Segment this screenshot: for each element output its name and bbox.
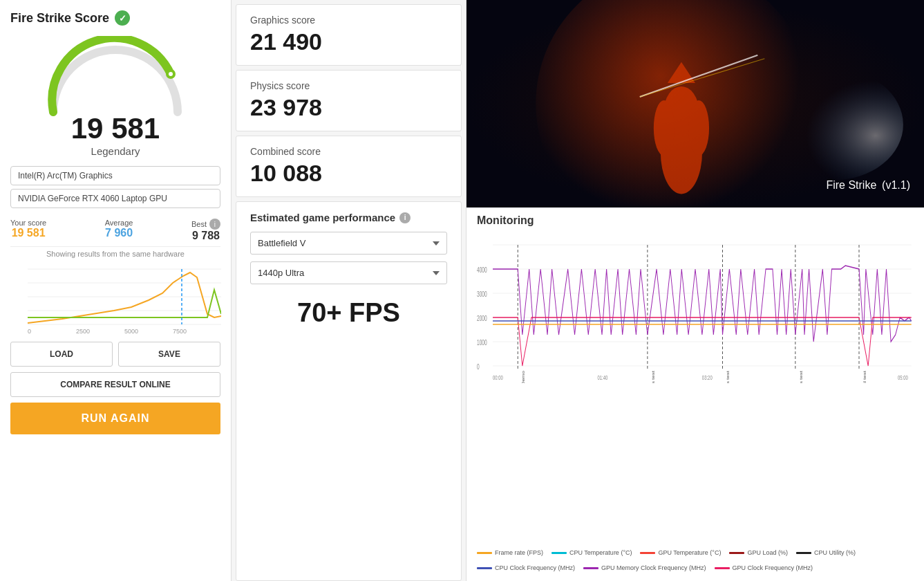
- svg-text:5000: 5000: [124, 328, 138, 335]
- gpu2-info: NVIDIA GeForce RTX 4060 Laptop GPU: [10, 189, 220, 208]
- svg-text:4000: 4000: [477, 266, 487, 275]
- monitoring-title: Monitoring: [477, 214, 914, 227]
- fire-strike-title: Fire Strike (v1.1): [826, 172, 910, 194]
- svg-point-1: [169, 72, 173, 76]
- avg-label: Average: [105, 219, 133, 227]
- legend-dot-gpu-mem-clock: [583, 567, 598, 569]
- svg-text:Demo: Demo: [521, 371, 525, 383]
- legend-dot-gpu-temp: [640, 552, 655, 554]
- combined-score-value: 10 088: [250, 160, 447, 187]
- legend-gpu-load: GPU Load (%): [729, 549, 788, 556]
- fps-value: 70+ FPS: [250, 291, 447, 331]
- your-score-val: 19 581: [10, 227, 46, 239]
- svg-text:0: 0: [477, 363, 480, 371]
- gpu1-info: Intel(R) Arc(TM) Graphics: [10, 166, 220, 185]
- legend-gpu-mem-clock: GPU Memory Clock Frequency (MHz): [583, 564, 706, 571]
- cpu-clock-label: CPU Clock Frequency (MHz): [495, 564, 575, 571]
- monitoring-chart: 0 1000 2000 3000 4000 Frequency (MHz) 00…: [477, 231, 914, 544]
- monitoring-section: Monitoring 0 1000 2000 3000 4000 Frequen…: [466, 208, 924, 581]
- right-panel: Fire Strike (v1.1) Monitoring 0 1000 200…: [466, 0, 924, 581]
- scores-row: Your score 19 581 Average 7 960 Best i 9…: [10, 219, 220, 242]
- perf-info-icon[interactable]: i: [399, 212, 411, 223]
- combined-score-card: Combined score 10 088: [236, 136, 462, 197]
- svg-text:2000: 2000: [477, 315, 487, 323]
- svg-text:00:00: 00:00: [493, 374, 503, 382]
- svg-point-18: [654, 100, 675, 156]
- svg-point-19: [688, 100, 709, 156]
- legend-dot-cpu-temp: [551, 552, 567, 554]
- svg-text:Physics test: Physics test: [799, 371, 803, 383]
- same-hw-text: Showing results from the same hardware: [10, 250, 220, 258]
- svg-text:01:40: 01:40: [597, 374, 607, 382]
- legend-frame-rate: Frame rate (FPS): [477, 549, 543, 556]
- monitoring-chart-svg: 0 1000 2000 3000 4000 Frequency (MHz) 00…: [477, 231, 914, 383]
- legend-cpu-util: CPU Utility (%): [796, 549, 856, 556]
- compare-button[interactable]: COMPARE RESULT ONLINE: [10, 372, 220, 397]
- svg-text:3000: 3000: [477, 290, 487, 299]
- benchmark-title: Fire Strike Score: [10, 11, 109, 26]
- legend-gpu-temp: GPU Temperature (°C): [640, 549, 721, 556]
- legend-cpu-temp: CPU Temperature (°C): [551, 549, 632, 556]
- best-label: Best: [191, 220, 207, 228]
- gauge-svg: [39, 36, 191, 119]
- legend-dot-cpu-util: [796, 552, 811, 554]
- your-score-col: Your score 19 581: [10, 219, 46, 242]
- svg-text:7500: 7500: [173, 328, 187, 335]
- best-info-icon[interactable]: i: [209, 219, 220, 230]
- svg-text:05:00: 05:00: [898, 374, 908, 382]
- svg-text:2500: 2500: [76, 328, 90, 335]
- legend-row: Frame rate (FPS) CPU Temperature (°C) GP…: [477, 546, 914, 574]
- svg-text:0: 0: [28, 328, 31, 335]
- btn-row: LOAD SAVE: [10, 342, 220, 367]
- resolution-dropdown[interactable]: 1440p Ultra 1080p Ultra 4K Ultra: [250, 261, 447, 284]
- your-score-label: Your score: [10, 219, 46, 227]
- middle-panel: Graphics score 21 490 Physics score 23 9…: [232, 0, 466, 581]
- svg-text:Graphics test: Graphics test: [726, 371, 730, 383]
- gauge-rating: Legendary: [91, 145, 140, 157]
- physics-score-value: 23 978: [250, 94, 447, 121]
- load-button[interactable]: LOAD: [10, 342, 113, 367]
- graphics-score-label: Graphics score: [250, 15, 447, 26]
- graphics-score-value: 21 490: [250, 28, 447, 55]
- check-icon: ✓: [115, 10, 130, 26]
- best-val: 9 788: [191, 230, 220, 242]
- combined-score-label: Combined score: [250, 146, 447, 157]
- game-dropdown[interactable]: Battlefield V Call of Duty Cyberpunk 207…: [250, 232, 447, 255]
- legend-dot-cpu-clock: [477, 567, 492, 569]
- graphics-score-card: Graphics score 21 490: [236, 4, 462, 66]
- best-score-col: Best i 9 788: [191, 219, 220, 242]
- title-row: Fire Strike Score ✓: [10, 10, 220, 26]
- svg-text:1000: 1000: [477, 339, 487, 347]
- legend-dot-frame-rate: [477, 552, 492, 554]
- perf-title: Estimated game performance i: [250, 212, 447, 223]
- run-again-button[interactable]: RUN AGAIN: [10, 403, 220, 434]
- legend-cpu-clock: CPU Clock Frequency (MHz): [477, 564, 575, 571]
- avg-val: 7 960: [105, 227, 133, 239]
- svg-point-14: [764, 69, 903, 180]
- svg-text:03:20: 03:20: [702, 374, 713, 382]
- mini-chart-svg: 0 2500 5000 7500: [10, 262, 221, 335]
- save-button[interactable]: SAVE: [118, 342, 220, 367]
- svg-text:Combined test: Combined test: [862, 371, 866, 383]
- gauge-score: 19 581: [71, 112, 160, 145]
- perf-card: Estimated game performance i Battlefield…: [236, 201, 462, 581]
- svg-text:Graphics test: Graphics test: [651, 371, 655, 383]
- mini-chart: 0 2500 5000 7500: [10, 262, 220, 338]
- fire-strike-image: Fire Strike (v1.1): [466, 0, 924, 208]
- physics-score-label: Physics score: [250, 80, 447, 91]
- avg-score-col: Average 7 960: [105, 219, 133, 242]
- gauge-container: 19 581 Legendary: [10, 36, 220, 163]
- left-panel: Fire Strike Score ✓ 19 581 Legendary Int…: [0, 0, 232, 581]
- physics-score-card: Physics score 23 978: [236, 70, 462, 131]
- legend-dot-gpu-clock: [715, 567, 730, 569]
- legend-dot-gpu-load: [729, 552, 744, 554]
- legend-gpu-clock: GPU Clock Frequency (MHz): [715, 564, 813, 571]
